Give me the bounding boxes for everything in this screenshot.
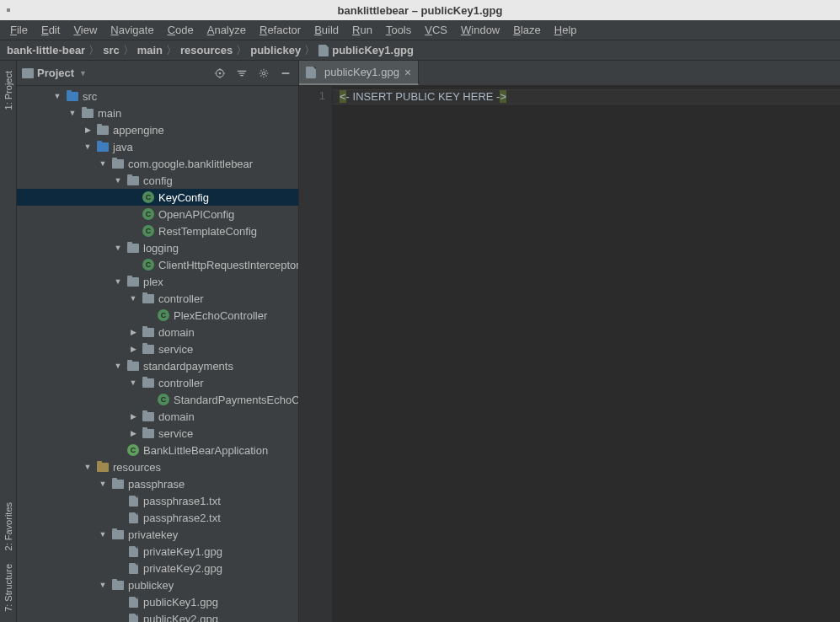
tool-tab-project[interactable]: 1: Project (2, 64, 15, 116)
menu-help[interactable]: Help (548, 22, 584, 38)
breadcrumb-item[interactable]: bank-little-bear (7, 44, 85, 56)
tree-item[interactable]: ▼publickey (17, 576, 298, 593)
folder-icon (111, 157, 125, 170)
tree-item[interactable]: ▶appengine (17, 121, 298, 138)
expand-arrow-icon[interactable]: ▼ (128, 293, 138, 303)
project-icon (22, 68, 34, 78)
folder-icon (126, 275, 140, 288)
menu-window[interactable]: Window (454, 22, 506, 38)
tree-item-label: controller (158, 377, 203, 389)
editor-tab-publickey1[interactable]: publicKey1.gpg × (299, 61, 419, 85)
tool-tab-structure[interactable]: 7: Structure (2, 557, 15, 619)
expand-arrow-icon[interactable]: ▼ (113, 361, 123, 371)
tree-item[interactable]: ▼controller (17, 290, 298, 307)
folder-icon (81, 106, 94, 120)
menu-vcs[interactable]: VCS (418, 22, 454, 38)
tree-item[interactable]: CRestTemplateConfig (17, 223, 298, 239)
tree-item[interactable]: passphrase1.txt (17, 492, 298, 509)
expand-arrow-icon[interactable]: ▼ (98, 479, 108, 489)
expand-arrow-icon[interactable]: ▼ (83, 462, 93, 472)
project-panel-title-dropdown[interactable]: Project ▼ (22, 67, 212, 79)
locate-button[interactable] (212, 66, 227, 81)
expand-arrow-icon[interactable]: ▼ (113, 175, 123, 185)
settings-button[interactable] (256, 66, 271, 81)
tree-item[interactable]: ▼com.google.banklittlebear (17, 155, 298, 172)
editor-body[interactable]: 1 <- INSERT PUBLIC KEY HERE -> (299, 86, 840, 622)
menu-code[interactable]: Code (161, 22, 201, 38)
menu-analyze[interactable]: Analyze (201, 22, 253, 38)
tree-item[interactable]: privateKey2.gpg (17, 560, 298, 576)
tree-item[interactable]: privateKey1.gpg (17, 543, 298, 560)
tree-item[interactable]: ▼privatekey (17, 526, 298, 543)
tree-item[interactable]: ▶domain (17, 408, 298, 425)
menu-refactor[interactable]: Refactor (253, 22, 308, 38)
breadcrumb-item[interactable]: publickey (250, 44, 301, 56)
expand-arrow-icon[interactable]: ▶ (83, 125, 93, 135)
code-area[interactable]: <- INSERT PUBLIC KEY HERE -> (333, 86, 840, 622)
menu-edit[interactable]: Edit (35, 22, 67, 38)
expand-arrow-icon[interactable]: ▼ (67, 108, 78, 118)
tree-item[interactable]: ▶service (17, 340, 298, 357)
tree-item[interactable]: ▼config (17, 172, 298, 189)
project-panel: Project ▼ ▼src▼main▶appengine▼java▼com.g… (17, 61, 299, 622)
tree-item[interactable]: ▼resources (17, 458, 298, 475)
expand-arrow-icon[interactable]: ▶ (128, 428, 138, 438)
resources-folder-icon (96, 460, 110, 474)
tree-item[interactable]: ▼plex (17, 273, 298, 290)
menu-navigate[interactable]: Navigate (104, 22, 160, 38)
tree-item[interactable]: CPlexEchoController (17, 307, 298, 324)
expand-arrow-icon[interactable]: ▼ (113, 243, 123, 253)
breadcrumb-item[interactable]: main (137, 44, 163, 56)
tree-item[interactable]: publicKey1.gpg (17, 593, 298, 610)
menu-run[interactable]: Run (345, 22, 379, 38)
tree-item[interactable]: publicKey2.gpg (17, 610, 298, 622)
expand-arrow-icon[interactable]: ▶ (128, 344, 138, 354)
expand-arrow-icon[interactable]: ▼ (113, 276, 123, 287)
tree-arrow-spacer (128, 260, 138, 270)
tree-item[interactable]: ▼standardpayments (17, 357, 298, 374)
breadcrumb-item[interactable]: publicKey1.gpg (332, 44, 414, 56)
class-icon: C (157, 308, 170, 322)
expand-arrow-icon[interactable]: ▼ (98, 580, 108, 590)
tree-item[interactable]: COpenAPIConfig (17, 206, 298, 223)
menu-view[interactable]: View (67, 22, 104, 38)
hide-panel-button[interactable] (278, 66, 293, 81)
tree-item[interactable]: ▶domain (17, 324, 298, 340)
folder-icon (142, 426, 155, 440)
tree-item[interactable]: CBankLittleBearApplication (17, 442, 298, 458)
tree-item[interactable]: ▼controller (17, 374, 298, 391)
tree-item[interactable]: ▼logging (17, 239, 298, 256)
tool-tab-favorites[interactable]: 2: Favorites (2, 496, 15, 557)
tree-item[interactable]: ▼passphrase (17, 475, 298, 492)
breadcrumb-item[interactable]: resources (180, 44, 233, 56)
tree-item[interactable]: passphrase2.txt (17, 509, 298, 526)
close-tab-button[interactable]: × (404, 66, 411, 79)
tree-item[interactable]: ▶service (17, 425, 298, 442)
expand-arrow-icon[interactable]: ▶ (128, 327, 138, 337)
expand-arrow-icon[interactable]: ▼ (83, 142, 93, 152)
expand-arrow-icon[interactable]: ▶ (128, 411, 138, 421)
tree-item-label: logging (143, 242, 179, 255)
tree-item[interactable]: CClientHttpRequestInterceptor (17, 256, 298, 273)
tree-item-label: RestTemplateConfig (158, 225, 257, 238)
expand-arrow-icon[interactable]: ▼ (128, 378, 138, 388)
tree-item[interactable]: CKeyConfig (17, 189, 298, 206)
tree-item-label: privateKey2.gpg (143, 562, 222, 575)
tree-item[interactable]: ▼java (17, 138, 298, 155)
menu-blaze[interactable]: Blaze (506, 22, 548, 38)
tree-item[interactable]: ▼src (17, 88, 298, 105)
project-tree[interactable]: ▼src▼main▶appengine▼java▼com.google.bank… (17, 86, 298, 622)
menu-tools[interactable]: Tools (379, 22, 418, 38)
tree-item-label: appengine (113, 124, 164, 137)
collapse-all-button[interactable] (234, 66, 249, 81)
tree-item[interactable]: ▼main (17, 105, 298, 121)
expand-arrow-icon[interactable]: ▼ (98, 529, 108, 539)
breadcrumb-item[interactable]: src (103, 44, 120, 56)
expand-arrow-icon[interactable]: ▼ (52, 91, 62, 101)
tree-item-label: OpenAPIConfig (158, 208, 234, 221)
tree-item[interactable]: CStandardPaymentsEchoController (17, 391, 298, 408)
menu-file[interactable]: File (3, 22, 35, 38)
expand-arrow-icon[interactable]: ▼ (98, 158, 108, 169)
menu-build[interactable]: Build (308, 22, 345, 38)
file-icon (126, 595, 140, 609)
